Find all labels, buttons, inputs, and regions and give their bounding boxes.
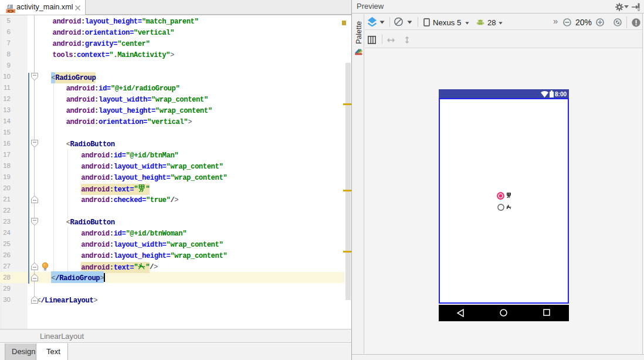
svg-text:<>: <> — [8, 8, 14, 13]
